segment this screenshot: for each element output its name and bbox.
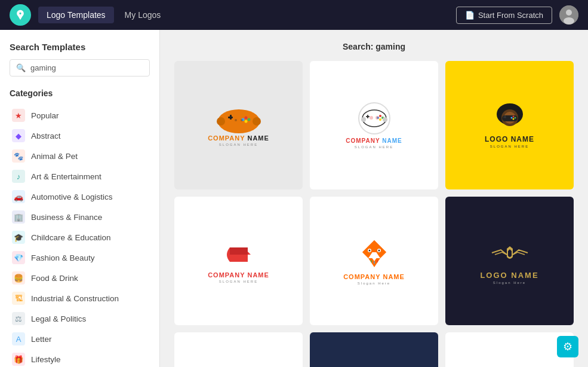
main-content: Search: gaming COMPANY NAME SLOGAN HERE … [160,30,588,367]
svg-point-35 [512,118,514,120]
main-layout: Search Templates 🔍 Categories ★Popular◆A… [0,30,588,367]
categories-title: Categories [10,88,150,98]
logo-card-3[interactable]: LOGO NAME SLOGAN HERE [445,61,574,189]
sidebar-item-industrial---construction[interactable]: 🏗Industrial & Construction [10,288,150,308]
svg-point-24 [370,116,373,120]
cat-icon-1: ◆ [12,129,25,142]
cat-icon-10: ⚖ [12,312,25,325]
svg-point-32 [512,116,514,118]
logo-card-4[interactable]: COMPANY NAME SLOGAN HERE [174,197,303,325]
svg-point-43 [368,249,370,251]
sidebar-item-art---entertainment[interactable]: ♪Art & Entertainment [10,166,150,186]
cat-icon-3: ♪ [12,170,25,183]
search-section-title: Search Templates [10,42,150,52]
svg-point-13 [241,119,243,121]
cat-icon-11: A [12,332,25,345]
svg-point-12 [235,119,237,121]
svg-rect-17 [367,115,368,118]
logo-card-1[interactable]: COMPANY NAME SLOGAN HERE [174,61,303,189]
svg-point-10 [217,117,225,126]
header-right: 📄 Start From Scratch [456,5,578,25]
cat-icon-2: 🐾 [12,149,25,163]
sidebar-item-letter[interactable]: ALetter [10,329,150,349]
svg-point-7 [247,118,250,121]
nav-logo-templates[interactable]: Logo Templates [38,7,114,23]
svg-point-6 [244,116,247,119]
sidebar-item-legal---politics[interactable]: ⚖Legal & Politics [10,308,150,329]
logo-card-5[interactable]: COMPANY NAME Slogan Here [310,197,438,325]
svg-point-22 [361,117,366,122]
sidebar-item-automotive---logistics[interactable]: 🚗Automotive & Logistics [10,186,150,207]
cat-icon-12: 🎁 [12,353,25,366]
svg-point-23 [383,117,387,122]
cat-icon-0: ★ [12,109,25,122]
svg-point-2 [564,17,574,25]
svg-rect-5 [230,115,232,120]
main-nav: Logo Templates My Logos [38,7,169,23]
nav-my-logos[interactable]: My Logos [116,7,170,23]
search-box[interactable]: 🔍 [10,59,150,77]
logo-card-6[interactable]: LOGO NAME Slogan Here [445,197,574,325]
app-header: Logo Templates My Logos 📄 Start From Scr… [0,0,588,30]
svg-point-33 [514,117,516,119]
search-icon: 🔍 [16,63,26,72]
gear-button[interactable]: ⚙ [557,336,578,357]
sidebar: Search Templates 🔍 Categories ★Popular◆A… [0,30,160,367]
svg-point-25 [375,116,379,120]
sidebar-item-popular[interactable]: ★Popular [10,105,150,126]
svg-point-11 [253,117,261,126]
svg-point-34 [510,117,512,119]
svg-point-21 [379,118,381,121]
logo-card-8[interactable]: COMPANY NAME [310,332,438,367]
logo-card-2[interactable]: COMPANY NAME SLOGAN HERE [310,61,438,189]
sidebar-item-lifestyle[interactable]: 🎁Lifestyle [10,349,150,367]
svg-point-18 [379,115,381,117]
svg-point-9 [244,120,247,123]
start-from-scratch-button[interactable]: 📄 Start From Scratch [456,7,552,24]
sidebar-item-abstract[interactable]: ◆Abstract [10,126,150,146]
search-input[interactable] [30,63,143,72]
cat-icon-8: 🍔 [12,271,25,285]
search-label: Search: gaming [174,42,574,51]
categories-list: ★Popular◆Abstract🐾Animal & Pet♪Art & Ent… [10,105,150,367]
cat-icon-6: 🎓 [12,231,25,244]
cat-icon-5: 🏢 [12,210,25,224]
sidebar-item-fashion---beauty[interactable]: 💎Fashion & Beauty [10,247,150,268]
app-logo [10,4,31,26]
user-avatar[interactable] [559,5,578,25]
cat-icon-9: 🏗 [12,292,25,305]
logo-card-7[interactable] [174,332,303,367]
sidebar-item-animal---pet[interactable]: 🐾Animal & Pet [10,146,150,166]
logo-card-9[interactable]: LOGO NAME [445,332,574,367]
sidebar-item-food---drink[interactable]: 🍔Food & Drink [10,268,150,288]
gear-icon: ⚙ [563,340,572,353]
svg-rect-31 [504,115,506,118]
svg-point-1 [566,10,572,16]
logo-grid: COMPANY NAME SLOGAN HERE COMPANY NAME SL… [174,61,574,367]
cat-icon-4: 🚗 [12,190,25,203]
cat-icon-7: 💎 [12,251,25,264]
sidebar-item-childcare---education[interactable]: 🎓Childcare & Education [10,227,150,247]
svg-point-44 [378,249,380,251]
sidebar-item-business---finance[interactable]: 🏢Business & Finance [10,207,150,227]
document-icon: 📄 [465,11,475,20]
